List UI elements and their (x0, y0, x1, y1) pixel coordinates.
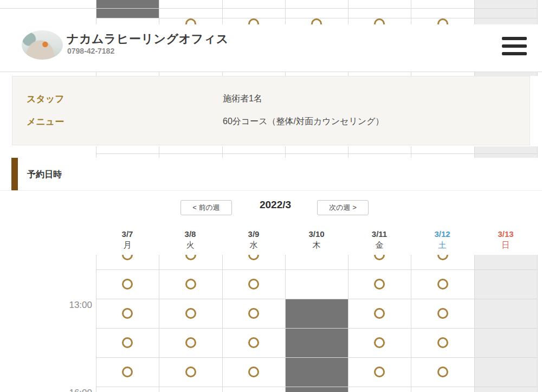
menu-label: メニュー (27, 115, 64, 128)
closed-slot-cell (285, 387, 348, 392)
available-slot-circle[interactable] (374, 279, 385, 290)
grid-line (96, 387, 537, 387)
grid-line (474, 72, 475, 76)
grid-line (537, 72, 538, 76)
section-title: 予約日時 (27, 169, 62, 181)
available-slot-circle[interactable] (185, 279, 196, 290)
available-slot-circle[interactable] (248, 337, 259, 348)
day-date-label: 3/11 (348, 229, 411, 240)
available-slot-circle[interactable] (374, 308, 385, 319)
day-header-row: 3/7月3/8火3/9水3/10木3/11金3/12土3/13日 (0, 222, 542, 255)
day-of-week-label: 金 (348, 240, 411, 250)
grid-line (285, 146, 286, 158)
grid-line (411, 146, 411, 158)
available-slot-circle[interactable] (248, 279, 259, 290)
grid-line (96, 357, 537, 358)
grid-line (411, 240, 411, 392)
grid-line (537, 146, 538, 158)
available-slot-circle[interactable] (185, 367, 196, 377)
day-of-week-label: 日 (474, 240, 537, 250)
available-slot-circle[interactable] (437, 308, 448, 319)
week-navigation: < 前の週 2022/3 次の週 > (0, 191, 542, 222)
available-slot-circle[interactable] (374, 18, 385, 24)
closed-slot-cell (96, 0, 159, 18)
day-date-label: 3/8 (159, 229, 222, 240)
dayoff-cell (474, 0, 537, 18)
grid-line (222, 72, 223, 76)
site-header: ナカムラヒーリングオフィス 0798-42-7182 (0, 24, 542, 72)
available-slot-circle[interactable] (122, 279, 133, 290)
closed-slot-cell (285, 299, 348, 328)
grid-line (159, 0, 159, 24)
dayoff-cell (474, 357, 537, 387)
available-slot-circle[interactable] (374, 367, 385, 377)
dayoff-cell (474, 72, 537, 76)
dayoff-cell (474, 146, 537, 158)
staff-value: 施術者1名 (223, 93, 262, 105)
available-slot-circle[interactable] (437, 18, 448, 24)
available-slot-circle[interactable] (311, 18, 322, 24)
staff-label: スタッフ (27, 93, 64, 105)
available-slot-circle[interactable] (185, 18, 196, 24)
grid-line (537, 0, 538, 24)
available-slot-circle[interactable] (248, 367, 259, 377)
dayoff-cell (474, 269, 537, 299)
day-date-label: 3/10 (285, 229, 348, 240)
shop-title: ナカムラヒーリングオフィス (67, 31, 229, 47)
grid-line (159, 240, 159, 392)
grid-line (348, 240, 349, 392)
day-date-label: 3/9 (222, 229, 285, 240)
closed-slot-cell (285, 357, 348, 387)
hamburger-bar (502, 37, 527, 40)
grid-line (474, 146, 475, 158)
grid-line (411, 0, 411, 24)
available-slot-circle[interactable] (122, 308, 133, 319)
grid-line (348, 0, 349, 24)
grid-line (96, 269, 537, 270)
menu-value: 60分コース（整体/対面カウンセリング） (223, 116, 384, 127)
grid-line (96, 299, 537, 299)
available-slot-circle[interactable] (437, 367, 448, 377)
hamburger-menu-icon[interactable] (501, 35, 527, 57)
closed-slot-cell (285, 328, 348, 357)
grid-line (285, 240, 286, 392)
available-slot-circle[interactable] (248, 18, 259, 24)
grid-line (348, 72, 349, 76)
day-header-3/12: 3/12土 (411, 229, 474, 250)
grid-line (222, 146, 223, 158)
hamburger-bar (502, 52, 527, 55)
grid-line (474, 0, 475, 24)
grid-line (0, 8, 537, 9)
grid-line (159, 72, 159, 76)
dayoff-cell (474, 387, 537, 392)
day-of-week-label: 水 (222, 240, 285, 250)
grid-line (222, 0, 223, 24)
available-slot-circle[interactable] (122, 367, 133, 377)
grid-line (96, 146, 96, 158)
shop-avatar-photo (22, 30, 63, 60)
available-slot-circle[interactable] (185, 337, 196, 348)
prev-week-button[interactable]: < 前の週 (180, 200, 232, 215)
day-header-3/9: 3/9水 (222, 229, 285, 250)
available-slot-circle[interactable] (185, 308, 196, 319)
grid-line (348, 146, 349, 158)
month-title: 2022/3 (248, 199, 302, 211)
booking-page: ナカムラヒーリングオフィス 0798-42-7182 スタッフ 施術者1名 メニ… (0, 0, 542, 392)
day-header-3/13: 3/13日 (474, 229, 537, 250)
grid-line (96, 240, 96, 392)
available-slot-circle[interactable] (437, 279, 448, 290)
booking-section-header: 予約日時 (0, 158, 542, 191)
available-slot-circle[interactable] (374, 337, 385, 348)
day-header-3/10: 3/10木 (285, 229, 348, 250)
grid-line (411, 72, 411, 76)
calendar-fragment-mid (0, 72, 542, 76)
day-header-3/11: 3/11金 (348, 229, 411, 250)
grid-line (537, 240, 538, 392)
day-date-label: 3/7 (96, 229, 159, 240)
available-slot-circle[interactable] (122, 337, 133, 348)
available-slot-circle[interactable] (248, 308, 259, 319)
available-slot-circle[interactable] (437, 337, 448, 348)
next-week-button[interactable]: 次の週 > (317, 200, 369, 215)
grid-line (159, 146, 159, 158)
time-label: 16:00 (49, 388, 92, 392)
